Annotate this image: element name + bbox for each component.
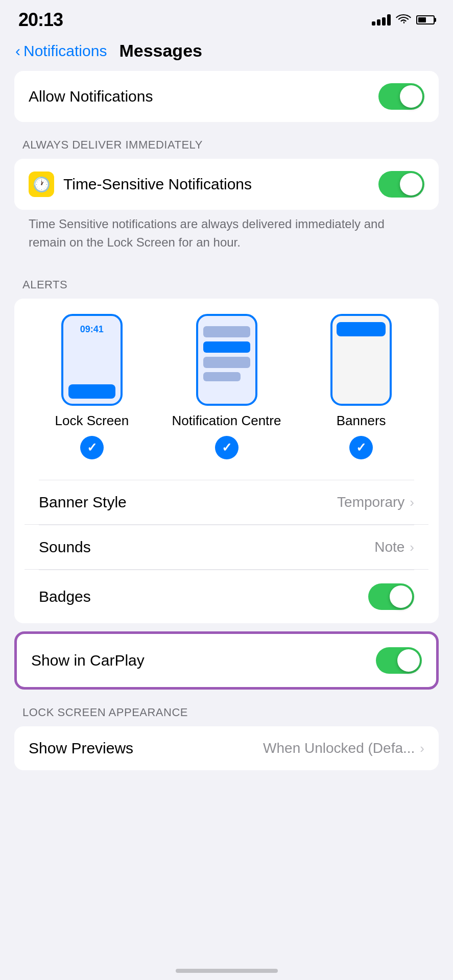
time-sensitive-left: 🕐 Time-Sensitive Notifications bbox=[29, 172, 252, 197]
alerts-section: ALERTS 09:41 Lock Screen ✓ bbox=[14, 278, 439, 623]
time-sensitive-row[interactable]: 🕐 Time-Sensitive Notifications bbox=[14, 159, 439, 210]
always-deliver-label: ALWAYS DELIVER IMMEDIATELY bbox=[22, 138, 439, 152]
banners-checkmark: ✓ bbox=[349, 436, 373, 459]
notif-centre-bars bbox=[198, 316, 255, 404]
carplay-toggle[interactable] bbox=[376, 647, 422, 674]
lock-screen-mockup: 09:41 bbox=[61, 314, 123, 406]
always-deliver-section: ALWAYS DELIVER IMMEDIATELY 🕐 Time-Sensit… bbox=[14, 138, 439, 262]
banner-style-row[interactable]: Banner Style Temporary › bbox=[25, 480, 428, 525]
banner-style-right: Temporary › bbox=[337, 494, 414, 510]
alerts-label: ALERTS bbox=[22, 278, 439, 291]
chevron-left-icon: ‹ bbox=[15, 42, 20, 60]
allow-notifications-row[interactable]: Allow Notifications bbox=[14, 71, 439, 122]
status-time: 20:13 bbox=[18, 9, 63, 31]
sounds-row[interactable]: Sounds Note › bbox=[25, 525, 428, 570]
notification-centre-label: Notification Centre bbox=[172, 413, 281, 429]
alert-option-notification-centre[interactable]: Notification Centre ✓ bbox=[159, 314, 294, 470]
badges-row[interactable]: Badges bbox=[25, 570, 428, 623]
back-label[interactable]: Notifications bbox=[23, 42, 107, 60]
banners-mockup bbox=[330, 314, 392, 406]
notification-centre-checkmark: ✓ bbox=[215, 436, 239, 459]
back-button[interactable]: ‹ Notifications bbox=[15, 42, 107, 60]
carplay-label: Show in CarPlay bbox=[31, 652, 145, 669]
show-previews-row[interactable]: Show Previews When Unlocked (Defa... › bbox=[14, 726, 439, 770]
time-sensitive-description: Time Sensitive notifications are always … bbox=[14, 210, 439, 262]
sounds-value: Note bbox=[374, 539, 404, 555]
allow-notifications-section: Allow Notifications bbox=[14, 71, 439, 122]
badges-label: Badges bbox=[39, 588, 91, 605]
lock-screen-notif-bar bbox=[68, 384, 115, 399]
carplay-row[interactable]: Show in CarPlay bbox=[17, 634, 436, 687]
time-sensitive-toggle[interactable] bbox=[378, 171, 424, 198]
sounds-label: Sounds bbox=[39, 538, 91, 556]
lock-screen-appearance-card: Show Previews When Unlocked (Defa... › bbox=[14, 726, 439, 770]
allow-notifications-label: Allow Notifications bbox=[29, 88, 153, 105]
notif-bar-2 bbox=[203, 341, 250, 353]
alert-option-lock-screen[interactable]: 09:41 Lock Screen ✓ bbox=[25, 314, 159, 470]
alerts-card: 09:41 Lock Screen ✓ Notification Centre bbox=[14, 299, 439, 623]
lock-screen-label: Lock Screen bbox=[55, 413, 129, 429]
notif-bar-1 bbox=[203, 326, 250, 337]
lock-screen-appearance-label: LOCK SCREEN APPEARANCE bbox=[22, 706, 439, 719]
time-sensitive-label: Time-Sensitive Notifications bbox=[63, 176, 252, 193]
allow-notifications-toggle[interactable] bbox=[378, 83, 424, 110]
notif-bar-3 bbox=[203, 357, 250, 368]
signal-icon bbox=[372, 14, 391, 26]
show-previews-right: When Unlocked (Defa... › bbox=[263, 740, 424, 756]
chevron-right-icon-sounds: › bbox=[410, 540, 414, 555]
allow-notifications-card: Allow Notifications bbox=[14, 71, 439, 122]
status-icons bbox=[372, 13, 435, 27]
lock-screen-time: 09:41 bbox=[63, 316, 121, 335]
show-previews-value: When Unlocked (Defa... bbox=[263, 740, 415, 756]
wifi-icon bbox=[396, 13, 411, 27]
lock-screen-checkmark: ✓ bbox=[80, 436, 104, 459]
chevron-right-icon-previews: › bbox=[420, 741, 424, 756]
always-deliver-card: 🕐 Time-Sensitive Notifications bbox=[14, 159, 439, 210]
time-sensitive-icon: 🕐 bbox=[29, 172, 54, 197]
notif-bar-4 bbox=[203, 372, 241, 381]
banner-notif-bar bbox=[337, 322, 386, 336]
page-title: Messages bbox=[119, 41, 202, 61]
alert-options-row: 09:41 Lock Screen ✓ Notification Centre bbox=[25, 314, 428, 470]
badges-toggle[interactable] bbox=[368, 583, 414, 610]
nav-bar: ‹ Notifications Messages bbox=[0, 36, 453, 71]
banner-style-label: Banner Style bbox=[39, 494, 127, 511]
show-previews-label: Show Previews bbox=[29, 740, 133, 757]
chevron-right-icon: › bbox=[410, 495, 414, 510]
status-bar: 20:13 bbox=[0, 0, 453, 36]
banners-label: Banners bbox=[337, 413, 386, 429]
alert-option-banners[interactable]: Banners ✓ bbox=[294, 314, 428, 470]
home-indicator bbox=[176, 969, 278, 973]
sounds-right: Note › bbox=[374, 539, 414, 555]
carplay-section: Show in CarPlay bbox=[14, 631, 439, 690]
notification-centre-mockup bbox=[196, 314, 257, 406]
banner-style-value: Temporary bbox=[337, 494, 404, 510]
battery-icon bbox=[416, 15, 435, 24]
carplay-highlight: Show in CarPlay bbox=[14, 631, 439, 690]
lock-screen-appearance-section: LOCK SCREEN APPEARANCE Show Previews Whe… bbox=[14, 706, 439, 770]
